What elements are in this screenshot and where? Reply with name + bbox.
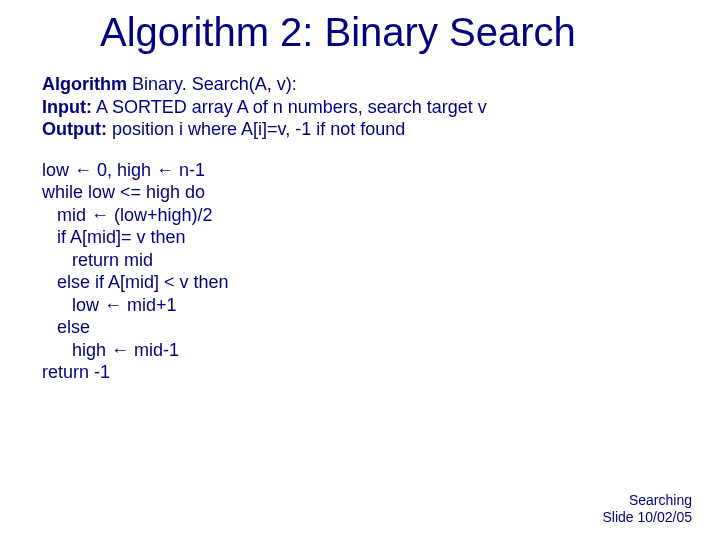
slide-footer: Searching Slide 10/02/05: [602, 492, 692, 526]
footer-slide-info: Slide 10/02/05: [602, 509, 692, 526]
slide: Algorithm 2: Binary Search Algorithm Bin…: [0, 0, 720, 540]
spec-output-line: Output: position i where A[i]=v, -1 if n…: [42, 118, 678, 141]
spec-output-text: position i where A[i]=v, -1 if not found: [107, 119, 405, 139]
spec-output-label: Output:: [42, 119, 107, 139]
spec-algorithm-text: Binary. Search(A, v):: [127, 74, 297, 94]
algorithm-spec: Algorithm Binary. Search(A, v): Input: A…: [42, 73, 678, 141]
slide-title: Algorithm 2: Binary Search: [0, 0, 720, 55]
spec-input-line: Input: A SORTED array A of n numbers, se…: [42, 96, 678, 119]
spec-input-label: Input:: [42, 97, 92, 117]
spec-algorithm-label: Algorithm: [42, 74, 127, 94]
footer-topic: Searching: [602, 492, 692, 509]
slide-body: Algorithm Binary. Search(A, v): Input: A…: [0, 55, 720, 384]
spec-input-text: A SORTED array A of n numbers, search ta…: [92, 97, 487, 117]
spec-algorithm-line: Algorithm Binary. Search(A, v):: [42, 73, 678, 96]
pseudocode-block: low ← 0, high ← n-1 while low <= high do…: [42, 159, 678, 384]
